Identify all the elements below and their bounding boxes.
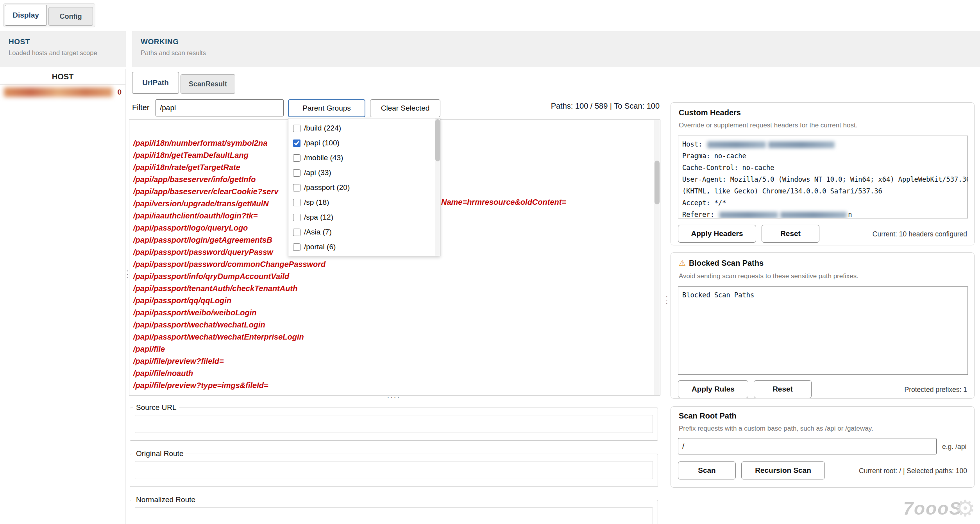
recursion-scan-label: Recursion Scan [755, 466, 811, 475]
working-section-subtitle: Paths and scan results [141, 49, 980, 57]
group-label: /api (33) [304, 168, 331, 177]
redacted-value [707, 141, 766, 148]
custom-headers-subtitle: Override or supplement request headers f… [679, 122, 857, 129]
filter-label: Filter [132, 103, 149, 112]
path-item[interactable]: /papi/passport/password/commonChangePass… [129, 258, 660, 270]
group-label: /build (224) [304, 124, 341, 132]
recursion-scan-button[interactable]: Recursion Scan [741, 461, 825, 479]
path-item[interactable]: /papi/passport/info/qryDumpAccountVaild [129, 270, 660, 283]
group-label: /passport (20) [304, 183, 350, 192]
host-list-item-selected[interactable]: 0 [0, 85, 125, 100]
blocked-paths-card: ⚠Blocked Scan Paths Avoid sending scan r… [671, 252, 975, 399]
working-section-title: WORKING [141, 38, 980, 46]
group-checkbox[interactable] [293, 243, 300, 251]
group-label: /sp (18) [304, 198, 329, 207]
group-option[interactable] [288, 254, 440, 256]
path-list-scrollbar-thumb[interactable] [655, 161, 660, 204]
host-list-panel: HOST 0 [0, 69, 126, 524]
group-option[interactable]: /papi (100) [288, 136, 440, 150]
headers-reset-label: Reset [780, 229, 801, 238]
group-option[interactable]: /mobile (43) [288, 150, 440, 165]
group-checkbox[interactable] [293, 169, 300, 177]
original-route-input[interactable] [135, 461, 653, 479]
group-option[interactable]: /spa (12) [288, 210, 440, 225]
path-item[interactable]: /papi/file/noauth [129, 367, 660, 379]
group-checkbox[interactable] [293, 229, 300, 236]
group-checkbox[interactable] [293, 125, 300, 132]
apply-headers-button[interactable]: Apply Headers [678, 225, 756, 243]
warning-icon: ⚠ [679, 259, 686, 267]
parent-groups-button-label: Parent Groups [302, 104, 351, 113]
scan-root-card: Scan Root Path Prefix requests with a cu… [671, 406, 975, 488]
group-list: /build (224)/papi (100)/mobile (43)/api … [288, 118, 440, 256]
blocked-paths-subtitle: Avoid sending scan requests to these sen… [679, 272, 858, 280]
group-checkbox[interactable] [293, 214, 300, 221]
tab-urlpath-label: UrlPath [142, 79, 169, 87]
normalized-route-label: Normalized Route [133, 495, 198, 504]
scan-button[interactable]: Scan [678, 461, 736, 479]
tab-display[interactable]: Display [5, 5, 47, 26]
group-label: /portal (6) [304, 243, 336, 251]
tab-scanresult-label: ScanResult [189, 80, 227, 88]
clear-selected-button[interactable]: Clear Selected [370, 99, 440, 117]
path-item[interactable]: /papi/file/preview?type=imgs&fileId= [129, 379, 660, 392]
group-option[interactable]: /api (33) [288, 165, 440, 180]
path-item[interactable]: /papi/passport/qq/qqLogin [129, 295, 660, 307]
group-checkbox[interactable] [293, 184, 300, 191]
dropdown-scrollbar-thumb[interactable] [435, 119, 440, 161]
group-option[interactable]: /sp (18) [288, 195, 440, 210]
host-splitter-handle[interactable]: ··· [123, 270, 132, 280]
filter-input[interactable] [156, 99, 284, 116]
apply-rules-label: Apply Rules [692, 385, 735, 393]
gear-icon: ⚙ [955, 495, 975, 522]
host-section-title: HOST [9, 38, 126, 46]
blocked-reset-button[interactable]: Reset [754, 380, 812, 398]
clear-selected-button-label: Clear Selected [381, 104, 430, 113]
blocked-paths-title: Blocked Scan Paths [689, 259, 764, 267]
list-resize-handle[interactable]: ···· [387, 392, 401, 401]
group-option[interactable]: /build (224) [288, 121, 440, 136]
scan-root-input[interactable] [678, 438, 937, 454]
normalized-route-group: Normalized Route [130, 495, 658, 524]
host-section-subtitle: Loaded hosts and target scope [9, 49, 126, 57]
host-list-title: HOST [0, 69, 125, 85]
source-url-group: Source URL [130, 403, 658, 441]
group-checkbox[interactable] [293, 154, 300, 162]
parent-groups-button[interactable]: Parent Groups [288, 99, 365, 117]
tab-urlpath[interactable]: UrlPath [132, 72, 179, 94]
custom-headers-card: Custom Headers Override or supplement re… [671, 102, 975, 245]
path-item[interactable]: /papi/passport/wechat/wechatEnterpriseLo… [129, 331, 660, 343]
blocked-paths-textarea[interactable]: Blocked Scan Paths [678, 286, 968, 375]
group-label: /mobile (43) [304, 154, 343, 162]
path-item[interactable]: /papi/passport/weibo/weiboLogin [129, 307, 660, 319]
group-label: /Asia (7) [304, 228, 332, 236]
panel-splitter-handle[interactable]: ··· [663, 295, 672, 306]
dropdown-scrollbar[interactable] [435, 118, 440, 256]
source-url-label: Source URL [133, 403, 179, 412]
group-option[interactable]: /portal (6) [288, 240, 440, 254]
custom-headers-textarea[interactable]: Host: Pragma: no-cacheCache-Control: no-… [678, 136, 968, 218]
source-url-input[interactable] [135, 415, 653, 433]
path-list-scrollbar[interactable] [654, 120, 660, 395]
scan-root-subtitle: Prefix requests with a custom base path,… [679, 425, 873, 433]
path-item[interactable]: /papi/file [129, 343, 660, 355]
redacted-host-value [4, 88, 113, 97]
group-option[interactable]: /Asia (7) [288, 225, 440, 240]
host-value-suffix: 0 [117, 88, 122, 97]
tab-config[interactable]: Config [48, 7, 93, 26]
redacted-value [768, 141, 835, 148]
group-checkbox[interactable] [293, 139, 300, 147]
path-item[interactable]: /papi/file/preview?fileId= [129, 355, 660, 367]
apply-rules-button[interactable]: Apply Rules [678, 380, 748, 398]
group-option[interactable]: /passport (20) [288, 180, 440, 195]
group-checkbox[interactable] [293, 199, 300, 206]
redacted-value [719, 212, 778, 218]
normalized-route-input[interactable] [135, 507, 653, 524]
headers-reset-button[interactable]: Reset [762, 225, 819, 243]
tab-scanresult[interactable]: ScanResult [181, 74, 235, 94]
path-item[interactable]: /papi/passport/wechat/wechatLogin [129, 319, 660, 331]
path-item[interactable]: /papi/passport/tenantAuth/checkTenantAut… [129, 283, 660, 295]
watermark-text: 7oooS [903, 498, 962, 519]
working-section-header: WORKING Paths and scan results [132, 31, 980, 67]
scan-root-status: Current root: / | Selected paths: 100 [859, 467, 967, 475]
